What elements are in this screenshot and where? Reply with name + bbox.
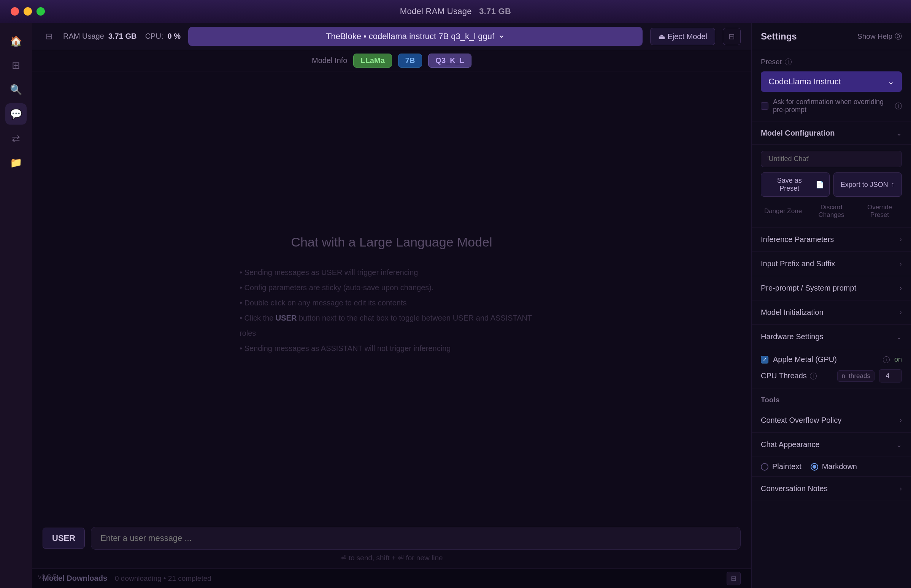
input-prefix-suffix-row[interactable]: Input Prefix and Suffix › (752, 252, 911, 276)
preset-value: CodeLlama Instruct (768, 77, 841, 87)
input-prefix-chevron-icon: › (900, 260, 902, 268)
ram-value: 3.71 GB (109, 32, 136, 40)
maximize-button[interactable] (37, 7, 45, 16)
input-row: USER (42, 527, 741, 550)
user-role-button[interactable]: USER (42, 528, 85, 549)
help-icon: ⓪ (895, 32, 902, 41)
corner-expand-button[interactable]: ⊟ (726, 572, 741, 585)
inference-params-row[interactable]: Inference Parameters › (752, 228, 911, 252)
override-preset-button[interactable]: Override Preset (858, 201, 902, 221)
tag-llama: LLaMa (353, 53, 392, 68)
context-overflow-chevron-icon: › (900, 416, 902, 424)
discard-changes-button[interactable]: Discard Changes (809, 201, 854, 221)
content-area: ⊟ RAM Usage 3.71 GB CPU: 0 % TheBloke • … (32, 23, 751, 588)
config-actions: Save as Preset 📄 Export to JSON ↑ (761, 173, 902, 197)
gpu-row: ✓ Apple Metal (GPU) i on (761, 355, 902, 364)
app-body: 🏠 ⊞ 🔍 💬 ⇄ 📁 ⊟ RAM Usage 3.71 GB CPU: 0 %… (0, 23, 911, 588)
tag-q3k: Q3_K_L (428, 53, 472, 68)
cpu-threads-info-icon[interactable]: i (810, 373, 817, 380)
inference-params-chevron-icon: › (900, 236, 902, 244)
checkbox-info-icon[interactable]: i (895, 103, 902, 110)
preset-dropdown-button[interactable]: CodeLlama Instruct ⌄ (761, 71, 902, 92)
eject-label: ⏏ Eject Model (658, 32, 707, 40)
export-label: Export to JSON (841, 181, 888, 189)
gpu-info-icon[interactable]: i (883, 356, 890, 363)
minimize-button[interactable] (24, 7, 32, 16)
settings-title: Settings (761, 31, 797, 42)
confirmation-checkbox[interactable] (761, 102, 768, 110)
chat-appearance-label: Chat Appearance (761, 440, 820, 449)
markdown-label: Markdown (822, 462, 857, 471)
chat-appearance-chevron-icon: ⌄ (896, 441, 902, 449)
hardware-settings-row[interactable]: Hardware Settings ⌄ (752, 325, 911, 349)
sidebar: 🏠 ⊞ 🔍 💬 ⇄ 📁 (0, 23, 32, 588)
sidebar-item-chat[interactable]: 💬 (5, 103, 27, 124)
config-for-input[interactable] (761, 151, 902, 167)
close-button[interactable] (11, 7, 19, 16)
sidebar-item-toggle[interactable]: ⊞ (5, 55, 27, 76)
gpu-checkbox[interactable]: ✓ (761, 356, 768, 363)
chat-area: Chat with a Large Language Model • Sendi… (32, 71, 751, 519)
markdown-option[interactable]: Markdown (810, 462, 857, 471)
chat-appearance-row[interactable]: Chat Appearance ⌄ (752, 433, 911, 457)
model-init-row[interactable]: Model Initialization › (752, 300, 911, 325)
layout-toggle-button[interactable]: ⊟ (723, 28, 741, 45)
sidebar-item-files[interactable]: 📁 (5, 152, 27, 173)
pre-prompt-label: Pre-prompt / System prompt (761, 284, 856, 292)
preset-section: Preset i CodeLlama Instruct ⌄ Ask for co… (752, 50, 911, 122)
tools-header: Tools (752, 389, 911, 408)
user-keyword: USER (276, 314, 297, 322)
plaintext-radio[interactable] (761, 463, 768, 471)
preset-label: Preset (761, 58, 782, 66)
conversation-notes-chevron-icon: › (900, 485, 902, 493)
confirmation-label: Ask for confirmation when overriding pre… (773, 98, 890, 114)
danger-actions: Danger Zone Discard Changes Override Pre… (761, 201, 902, 221)
context-overflow-row[interactable]: Context Overflow Policy › (752, 408, 911, 433)
download-status: 0 downloading • 21 completed (115, 574, 211, 583)
pre-prompt-chevron-icon: › (900, 284, 902, 292)
title-text: Model RAM Usage (400, 6, 472, 16)
show-help-button[interactable]: Show Help ⓪ (858, 32, 902, 41)
ram-label: RAM Usage (63, 32, 104, 40)
sidebar-toggle-button[interactable]: ⊟ (42, 29, 55, 44)
hint-3: • Double click on any message to edit it… (240, 295, 544, 310)
preset-label-row: Preset i (761, 58, 902, 66)
title-bar-text: Model RAM Usage 3.71 GB (400, 6, 511, 16)
message-input[interactable] (91, 527, 741, 550)
plaintext-option[interactable]: Plaintext (761, 462, 801, 471)
pre-prompt-row[interactable]: Pre-prompt / System prompt › (752, 276, 911, 300)
save-icon: 📄 (815, 181, 824, 189)
hint-1: • Sending messages as USER will trigger … (240, 265, 544, 280)
model-config-chevron-icon: ⌄ (896, 129, 902, 137)
cpu-value: 0 % (168, 32, 181, 40)
sidebar-item-search[interactable]: 🔍 (5, 79, 27, 100)
model-config-header[interactable]: Model Configuration ⌄ (752, 122, 911, 145)
tag-7b: 7B (398, 53, 422, 68)
bottom-bar: v0.2.5 Model Downloads 0 downloading • 2… (32, 568, 751, 588)
hardware-settings-inner: ✓ Apple Metal (GPU) i on CPU Threads i n… (752, 349, 911, 389)
eject-model-button[interactable]: ⏏ Eject Model (650, 28, 715, 45)
preset-info-icon[interactable]: i (785, 58, 792, 65)
model-selector-button[interactable]: TheBloke • codellama instruct 7B q3_k_l … (188, 27, 643, 46)
hardware-chevron-icon: ⌄ (896, 333, 902, 341)
model-name: TheBloke • codellama instruct 7B q3_k_l … (326, 32, 494, 41)
chat-placeholder: Chat with a Large Language Model • Sendi… (240, 235, 544, 356)
model-init-label: Model Initialization (761, 308, 823, 317)
markdown-radio[interactable] (810, 463, 818, 471)
save-as-preset-button[interactable]: Save as Preset 📄 (761, 173, 830, 197)
sidebar-item-home[interactable]: 🏠 (5, 31, 27, 52)
model-config-title: Model Configuration (761, 129, 835, 137)
nthreads-tag: n_threads (837, 370, 874, 382)
danger-zone-button[interactable]: Danger Zone (761, 201, 805, 221)
hint-5: • Sending messages as ASSISTANT will not… (240, 341, 544, 356)
gpu-label-text: Apple Metal (GPU) (773, 355, 837, 363)
title-ram-value: 3.71 GB (479, 6, 511, 16)
model-config-inner: Save as Preset 📄 Export to JSON ↑ Danger… (752, 145, 911, 228)
export-to-json-button[interactable]: Export to JSON ↑ (833, 173, 902, 197)
context-overflow-label: Context Overflow Policy (761, 416, 841, 425)
conversation-notes-row[interactable]: Conversation Notes › (752, 477, 911, 501)
hint-2: • Config parameters are sticky (auto-sav… (240, 280, 544, 295)
sidebar-item-transfer[interactable]: ⇄ (5, 128, 27, 149)
cpu-threads-input[interactable] (879, 369, 902, 383)
title-bar: Model RAM Usage 3.71 GB (0, 0, 911, 23)
